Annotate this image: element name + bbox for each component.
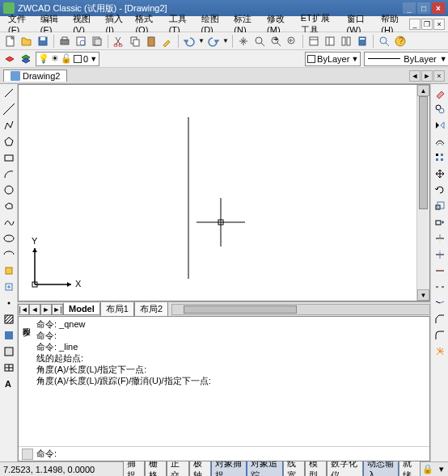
- open-button[interactable]: [19, 34, 34, 48]
- insert-block-button[interactable]: [2, 263, 16, 278]
- array-button[interactable]: [433, 150, 447, 165]
- layout2-tab[interactable]: 布局2: [134, 302, 168, 317]
- zoom-window-button[interactable]: +: [268, 34, 283, 48]
- command-prompt: 命令:: [36, 448, 57, 460]
- trim-button[interactable]: [433, 231, 447, 246]
- scroll-up-button[interactable]: ▲: [417, 85, 429, 96]
- drawing-tab[interactable]: Drawing2: [3, 70, 67, 82]
- chamfer-button[interactable]: [433, 312, 447, 326]
- paste-button[interactable]: [144, 34, 158, 48]
- print-button[interactable]: [57, 34, 72, 48]
- construction-line-button[interactable]: [2, 102, 16, 116]
- match-properties-button[interactable]: [160, 34, 175, 48]
- save-button[interactable]: [36, 34, 50, 48]
- coordinates-display[interactable]: 7.2523, 1.1498, 0.0000: [0, 465, 123, 474]
- rectangle-button[interactable]: [2, 150, 16, 165]
- mirror-button[interactable]: [433, 118, 447, 133]
- polygon-button[interactable]: [2, 134, 16, 149]
- explode-button[interactable]: [433, 344, 447, 359]
- drawing-canvas[interactable]: X Y: [19, 85, 416, 301]
- help-button[interactable]: ?: [393, 34, 408, 48]
- tab-prev-button[interactable]: ◄: [409, 70, 421, 82]
- maximize-button[interactable]: □: [417, 2, 430, 14]
- hatch-button[interactable]: [2, 312, 16, 326]
- tool-palettes-button[interactable]: [339, 34, 353, 48]
- svg-point-37: [4, 235, 14, 242]
- status-lock-icon[interactable]: 🔒: [422, 464, 433, 475]
- join-button[interactable]: [433, 296, 447, 310]
- color-swatch: [307, 55, 315, 63]
- mtext-button[interactable]: A: [2, 377, 16, 391]
- tab-next-button[interactable]: ►: [421, 70, 433, 82]
- layer-combo[interactable]: 💡 ☀ 🔓 0 ▼: [36, 52, 99, 66]
- status-tray-icon[interactable]: ▾: [437, 464, 446, 475]
- print-preview-button[interactable]: [74, 34, 88, 48]
- layout-prev-button[interactable]: ◄: [29, 304, 40, 315]
- layout-last-button[interactable]: ►|: [52, 304, 63, 315]
- vertical-scrollbar[interactable]: ▲ ▼: [416, 85, 429, 301]
- command-history[interactable]: 命令: _qnew 命令: 命令: _line 线的起始点: 角度(A)/长度(…: [19, 317, 429, 446]
- scroll-down-button[interactable]: ▼: [417, 289, 429, 301]
- layout-first-button[interactable]: |◄: [18, 304, 29, 315]
- table-button[interactable]: [2, 360, 16, 375]
- hscroll-thumb[interactable]: [184, 305, 297, 314]
- copy-object-button[interactable]: [433, 102, 447, 116]
- line-button[interactable]: [2, 86, 16, 100]
- scale-button[interactable]: [433, 199, 447, 213]
- layout-next-button[interactable]: ►: [40, 304, 52, 315]
- arc-button[interactable]: [2, 166, 16, 181]
- zoom-previous-button[interactable]: [285, 34, 299, 48]
- redo-button[interactable]: [206, 34, 221, 48]
- stretch-button[interactable]: [433, 215, 447, 230]
- break-at-point-button[interactable]: [433, 263, 447, 278]
- break-button[interactable]: [433, 280, 447, 294]
- point-button[interactable]: [2, 296, 16, 310]
- extend-button[interactable]: [433, 247, 447, 262]
- cut-button[interactable]: [112, 34, 126, 48]
- publish-button[interactable]: [90, 34, 104, 48]
- horizontal-scrollbar[interactable]: [171, 304, 430, 315]
- layout1-tab[interactable]: 布局1: [100, 302, 134, 317]
- scroll-thumb[interactable]: [419, 96, 428, 209]
- move-button[interactable]: [433, 166, 447, 181]
- region-button[interactable]: [2, 344, 16, 359]
- offset-button[interactable]: [433, 134, 447, 149]
- undo-dropdown[interactable]: ▼: [198, 37, 205, 44]
- statusbar: 7.2523, 1.1498, 0.0000 捕捉栅格正交极轴对象捕捉对象追踪线…: [0, 461, 448, 476]
- modify-toolbar: [430, 84, 448, 461]
- calculator-button[interactable]: [355, 34, 370, 48]
- ellipse-button[interactable]: [2, 231, 16, 246]
- design-center-button[interactable]: [323, 34, 337, 48]
- layer-properties-button[interactable]: [3, 52, 16, 66]
- mdi-restore-button[interactable]: ❐: [421, 19, 433, 30]
- mdi-close-button[interactable]: ×: [433, 19, 445, 30]
- layer-states-button[interactable]: [19, 52, 32, 66]
- polyline-button[interactable]: [2, 118, 16, 133]
- model-tab[interactable]: Model: [63, 303, 100, 315]
- new-button[interactable]: [3, 34, 18, 48]
- gradient-button[interactable]: [2, 328, 16, 343]
- undo-button[interactable]: [182, 34, 197, 48]
- ellipse-arc-button[interactable]: [2, 247, 16, 262]
- linetype-combo[interactable]: ByLayer ▼: [364, 52, 448, 66]
- mdi-minimize-button[interactable]: _: [409, 19, 421, 30]
- spline-button[interactable]: [2, 215, 16, 230]
- properties-button[interactable]: [306, 34, 321, 48]
- revcloud-button[interactable]: [2, 199, 16, 213]
- redo-dropdown[interactable]: ▼: [222, 37, 229, 44]
- rotate-button[interactable]: [433, 183, 447, 197]
- command-input[interactable]: [60, 449, 426, 459]
- fillet-button[interactable]: [433, 328, 447, 343]
- command-window: 即步改 命令: _qnew 命令: 命令: _line 线的起始点: 角度(A)…: [18, 316, 430, 461]
- color-combo[interactable]: ByLayer ▼: [305, 52, 361, 66]
- erase-button[interactable]: [433, 86, 447, 100]
- zoom-realtime-button[interactable]: [252, 34, 267, 48]
- copy-button[interactable]: [128, 34, 142, 48]
- pan-button[interactable]: [236, 34, 251, 48]
- command-grip[interactable]: [22, 449, 33, 460]
- make-block-button[interactable]: [2, 280, 16, 294]
- close-button[interactable]: ×: [432, 2, 445, 14]
- tab-close-button[interactable]: ×: [433, 70, 445, 82]
- circle-button[interactable]: [2, 183, 16, 197]
- zoom-extents-button[interactable]: [377, 34, 391, 48]
